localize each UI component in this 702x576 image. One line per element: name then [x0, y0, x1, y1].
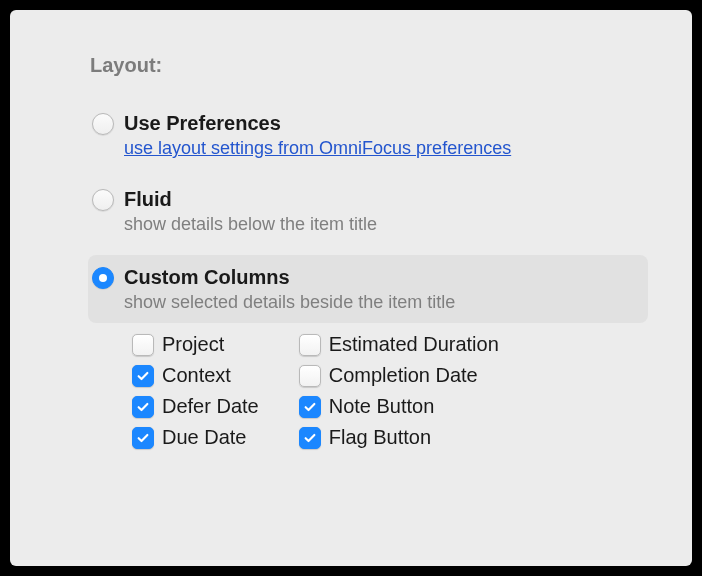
option-text: Fluid show details below the item title — [124, 187, 634, 235]
option-text: Custom Columns show selected details bes… — [124, 265, 640, 313]
checkbox-row-context[interactable]: Context — [132, 364, 259, 387]
layout-settings-panel: Layout: Use Preferences use layout setti… — [10, 10, 692, 566]
checkbox-project[interactable] — [132, 334, 154, 356]
option-fluid[interactable]: Fluid show details below the item title — [92, 179, 634, 235]
radio-custom-columns[interactable] — [92, 267, 114, 289]
checkbox-label-project: Project — [162, 333, 224, 356]
column-right: Estimated DurationCompletion DateNote Bu… — [299, 333, 499, 449]
checkbox-label-estimated-duration: Estimated Duration — [329, 333, 499, 356]
column-left: ProjectContextDefer DateDue Date — [132, 333, 259, 449]
checkbox-label-note-button: Note Button — [329, 395, 435, 418]
checkbox-row-flag-button[interactable]: Flag Button — [299, 426, 499, 449]
checkbox-due-date[interactable] — [132, 427, 154, 449]
checkbox-row-completion-date[interactable]: Completion Date — [299, 364, 499, 387]
option-desc-fluid: show details below the item title — [124, 214, 634, 235]
checkbox-context[interactable] — [132, 365, 154, 387]
columns-area: ProjectContextDefer DateDue Date Estimat… — [132, 333, 634, 449]
option-text: Use Preferences use layout settings from… — [124, 111, 634, 159]
checkbox-row-note-button[interactable]: Note Button — [299, 395, 499, 418]
option-custom-columns[interactable]: Custom Columns show selected details bes… — [88, 255, 648, 323]
checkbox-row-project[interactable]: Project — [132, 333, 259, 356]
checkbox-flag-button[interactable] — [299, 427, 321, 449]
checkbox-completion-date[interactable] — [299, 365, 321, 387]
option-use-preferences[interactable]: Use Preferences use layout settings from… — [92, 103, 634, 159]
option-title-custom: Custom Columns — [124, 265, 640, 290]
checkbox-row-due-date[interactable]: Due Date — [132, 426, 259, 449]
section-label: Layout: — [90, 54, 634, 77]
radio-use-preferences[interactable] — [92, 113, 114, 135]
preferences-link[interactable]: use layout settings from OmniFocus prefe… — [124, 138, 511, 159]
option-title-fluid: Fluid — [124, 187, 634, 212]
checkbox-label-context: Context — [162, 364, 231, 387]
checkbox-row-defer-date[interactable]: Defer Date — [132, 395, 259, 418]
checkbox-label-flag-button: Flag Button — [329, 426, 431, 449]
checkbox-label-defer-date: Defer Date — [162, 395, 259, 418]
option-desc-custom: show selected details beside the item ti… — [124, 292, 640, 313]
checkbox-defer-date[interactable] — [132, 396, 154, 418]
checkbox-row-estimated-duration[interactable]: Estimated Duration — [299, 333, 499, 356]
checkbox-estimated-duration[interactable] — [299, 334, 321, 356]
checkbox-note-button[interactable] — [299, 396, 321, 418]
checkbox-label-completion-date: Completion Date — [329, 364, 478, 387]
radio-fluid[interactable] — [92, 189, 114, 211]
option-title-use-preferences: Use Preferences — [124, 111, 634, 136]
checkbox-label-due-date: Due Date — [162, 426, 247, 449]
